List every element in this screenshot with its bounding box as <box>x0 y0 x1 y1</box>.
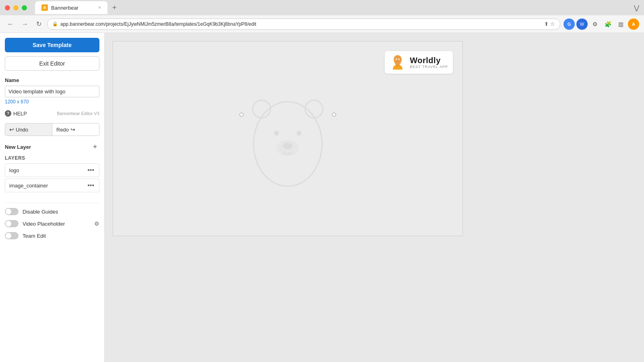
browser-toolbar-right: G W ⚙ 🧩 ▥ A <box>564 19 639 30</box>
bear-illustration <box>242 82 334 196</box>
svg-point-6 <box>283 143 293 149</box>
wallet-icon[interactable]: W <box>576 19 588 30</box>
add-layer-button[interactable]: + <box>91 142 99 151</box>
help-label-text: HELP <box>13 111 27 117</box>
svg-point-3 <box>274 131 279 136</box>
sidebar-toggle-icon[interactable]: ▥ <box>615 19 626 30</box>
tab-favicon: B <box>41 4 48 11</box>
help-button[interactable]: ? HELP <box>5 110 27 117</box>
back-button[interactable]: ← <box>5 19 16 29</box>
browser-tab[interactable]: B Bannerbear × <box>35 1 107 14</box>
name-section-label: Name <box>5 77 99 83</box>
logo-icon <box>390 54 406 70</box>
video-placeholder-row: Video Placeholder ⚙ <box>5 218 99 230</box>
editor-version: Bannerbear Editor V3 <box>57 111 99 116</box>
template-name-input[interactable] <box>5 86 99 97</box>
video-placeholder-label: Video Placeholder <box>23 221 65 227</box>
bear-svg <box>242 82 334 194</box>
puzzle-icon[interactable]: 🧩 <box>602 19 613 30</box>
team-edit-toggle[interactable] <box>5 232 19 239</box>
address-bar-actions: ⬆ ☆ <box>544 21 555 27</box>
team-edit-row: Team Edit <box>5 230 99 242</box>
maximize-window-button[interactable] <box>22 5 27 10</box>
layer-item-image-container[interactable]: image_container ••• <box>5 179 99 192</box>
redo-button[interactable]: Redo ↪ <box>52 123 99 136</box>
share-icon[interactable]: ⬆ <box>544 21 549 27</box>
logo-overlay[interactable]: Worldly BEST TRAVEL APP <box>385 51 453 74</box>
redo-icon: ↪ <box>70 126 75 133</box>
help-row: ? HELP Bannerbear Editor V3 <box>5 110 99 117</box>
selection-handle-left <box>239 113 244 117</box>
tab-close-button[interactable]: × <box>98 5 101 10</box>
layers-section: Layers logo ••• image_container ••• <box>5 155 99 194</box>
new-layer-row: New Layer + <box>5 142 99 151</box>
main-canvas-area[interactable]: Worldly BEST TRAVEL APP <box>105 33 644 362</box>
refresh-button[interactable]: ↻ <box>34 19 44 29</box>
logo-text: Worldly BEST TRAVEL APP <box>410 56 448 69</box>
layer-image-container-more-button[interactable]: ••• <box>87 182 95 189</box>
canvas-wrapper[interactable]: Worldly BEST TRAVEL APP <box>113 41 463 236</box>
team-edit-label: Team Edit <box>23 233 46 239</box>
layers-label: Layers <box>5 155 99 161</box>
divider-1 <box>5 203 99 203</box>
svg-point-9 <box>397 58 399 60</box>
url-text: app.bannerbear.com/projects/EjJywNMlJm5z… <box>60 21 542 27</box>
logo-subtitle: BEST TRAVEL APP <box>410 65 448 69</box>
video-placeholder-toggle-group: Video Placeholder <box>5 220 65 227</box>
browser-menu-button[interactable]: ⋁ <box>634 4 639 12</box>
layer-logo-more-button[interactable]: ••• <box>87 167 95 174</box>
layer-logo-name: logo <box>9 167 19 173</box>
close-window-button[interactable] <box>5 5 10 10</box>
video-placeholder-settings-button[interactable]: ⚙ <box>94 220 99 227</box>
new-layer-label: New Layer <box>5 144 31 150</box>
browser-titlebar: B Bannerbear × + ⋁ <box>0 0 644 15</box>
redo-label: Redo <box>56 127 69 133</box>
browser-toolbar: ← → ↻ 🔒 app.bannerbear.com/projects/EjJy… <box>0 15 644 33</box>
save-template-button[interactable]: Save Template <box>5 38 99 52</box>
settings-icon[interactable]: ⚙ <box>589 19 601 30</box>
bookmark-icon[interactable]: ☆ <box>550 21 555 27</box>
sidebar: Save Template Exit Editor Name 1200 x 67… <box>0 33 105 362</box>
forward-button[interactable]: → <box>19 19 31 29</box>
profile-icon[interactable]: A <box>628 19 639 30</box>
layer-image-container-name: image_container <box>9 183 48 189</box>
dimensions-link[interactable]: 1200 x 670 <box>5 99 99 105</box>
layer-item-logo[interactable]: logo ••• <box>5 163 99 177</box>
undo-icon: ↩ <box>9 126 14 133</box>
help-icon: ? <box>5 110 11 117</box>
exit-editor-button[interactable]: Exit Editor <box>5 56 99 71</box>
tab-title: Bannerbear <box>51 5 78 11</box>
address-bar[interactable]: 🔒 app.bannerbear.com/projects/EjJywNMlJm… <box>47 19 560 30</box>
video-placeholder-toggle[interactable] <box>5 220 19 227</box>
minimize-window-button[interactable] <box>13 5 19 10</box>
extensions-icon[interactable]: G <box>564 19 575 30</box>
undo-button[interactable]: ↩ Undo <box>5 123 52 136</box>
app-container: Save Template Exit Editor Name 1200 x 67… <box>0 33 644 362</box>
selection-handle-right <box>332 113 336 117</box>
undo-redo-toolbar: ↩ Undo Redo ↪ <box>5 123 99 136</box>
disable-guides-label: Disable Guides <box>23 209 58 215</box>
disable-guides-toggle[interactable] <box>5 208 19 215</box>
browser-chrome: B Bannerbear × + ⋁ ← → ↻ 🔒 app.bannerbea… <box>0 0 644 33</box>
undo-label: Undo <box>16 127 28 133</box>
new-tab-button[interactable]: + <box>112 4 117 12</box>
lock-icon: 🔒 <box>52 21 58 27</box>
svg-point-4 <box>297 131 301 136</box>
disable-guides-row: Disable Guides <box>5 206 99 218</box>
logo-title: Worldly <box>410 56 448 65</box>
